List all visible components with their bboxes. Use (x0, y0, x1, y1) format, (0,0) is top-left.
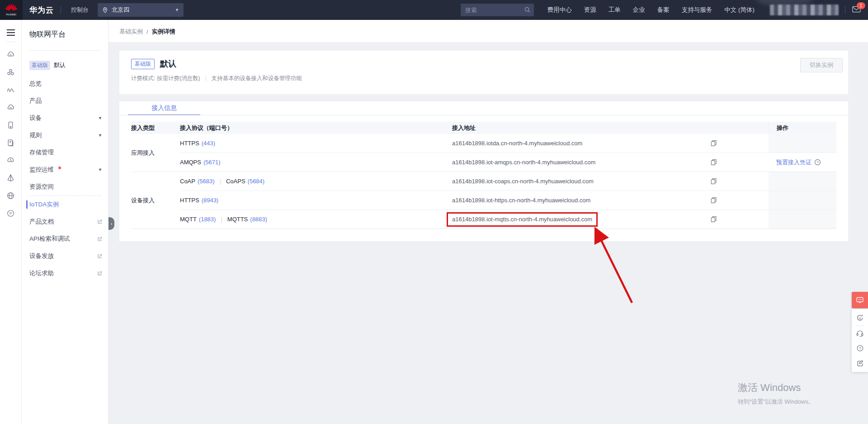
nav-tickets[interactable]: 工单 (609, 6, 621, 14)
switch-instance-button[interactable]: 切换实例 (800, 58, 843, 72)
survey-button[interactable] (852, 356, 868, 371)
sidebar-item-rules[interactable]: 规则▼ (22, 127, 108, 144)
col-address: 接入地址 (452, 124, 698, 132)
huawei-logo[interactable]: HUAWEI (0, 0, 23, 20)
protocol-name: MQTTS (227, 216, 248, 223)
help-button[interactable]: ? (852, 341, 868, 356)
cloud-server-icon[interactable] (0, 99, 22, 116)
question-icon: ? (856, 344, 864, 352)
access-group-device: 设备接入 CoAP(5683) | CoAPS(5684) a1614b1898… (131, 172, 836, 229)
sidebar-item-label: 设备发放 (29, 252, 54, 260)
survey-icon (856, 359, 864, 367)
edition-instance-name: 默认 (54, 61, 66, 69)
external-link-icon (97, 219, 103, 225)
sidebar-item-api-explorer[interactable]: API检索和调试 (22, 230, 108, 248)
ip-icon[interactable]: IP (0, 205, 22, 222)
region-selector[interactable]: 北京四 ▼ (98, 3, 184, 17)
copy-button[interactable] (710, 139, 717, 147)
chevron-down-icon: ▼ (98, 133, 102, 138)
preset-credential-link[interactable]: 预置接入凭证 (776, 158, 811, 167)
search-icon[interactable] (524, 6, 531, 13)
globe-icon[interactable] (0, 187, 22, 205)
table-row-https-app: HTTPS(443) a1614b1898.iotda.cn-north-4.m… (180, 134, 836, 152)
copy-button[interactable] (710, 196, 717, 204)
help-panel: ? (852, 309, 868, 372)
copy-button[interactable] (710, 158, 717, 166)
sidebar-item-product-docs[interactable]: 产品文档 (22, 213, 108, 230)
huawei-cloud-console: HUAWEI 华为云 控制台 北京四 ▼ 费用中心 资源 工单 企业 (0, 0, 868, 424)
floating-toolbar: ? (852, 292, 868, 372)
nav-resources[interactable]: 资源 (584, 6, 596, 14)
edition-badge: 基础版 (131, 59, 155, 69)
topbar: HUAWEI 华为云 控制台 北京四 ▼ 费用中心 资源 工单 企业 (0, 0, 868, 20)
page-title: 实例详情 (152, 28, 175, 36)
sidebar-item-label: API检索和调试 (29, 235, 70, 243)
search-input[interactable] (461, 4, 534, 16)
sidebar-item-iotda-instances[interactable]: IoTDA实例 (22, 196, 108, 213)
sidebar-item-label: 规则 (29, 131, 42, 139)
sidebar-item-resource-spaces[interactable]: 资源空间 (22, 178, 108, 195)
sidebar-item-label: 总览 (29, 80, 42, 88)
topbar-divider (61, 6, 61, 14)
menu-icon[interactable] (6, 29, 15, 36)
breadcrumb-parent[interactable]: 基础实例 (119, 28, 143, 36)
mail-button[interactable]: 1 (852, 6, 861, 14)
sidebar-item-products[interactable]: 产品 (22, 92, 108, 110)
support-button[interactable] (852, 326, 868, 341)
location-pin-icon (102, 7, 108, 14)
protocol-separator: | (220, 178, 221, 185)
nav-support[interactable]: 支持与服务 (682, 6, 712, 14)
account-area[interactable] (770, 5, 839, 15)
protocol-port: (5684) (248, 178, 265, 185)
sidebar-item-om[interactable]: 监控运维▼ (22, 161, 108, 178)
protocol-name: HTTPS (180, 140, 199, 147)
sidebar-item-forum-help[interactable]: 论坛求助 (22, 265, 108, 282)
edition-row: 基础版 默认 (29, 61, 108, 70)
device-icon[interactable] (0, 116, 22, 134)
copy-icon (710, 215, 717, 223)
nav-enterprise[interactable]: 企业 (633, 6, 645, 14)
watermark-line1: 激活 Windows (738, 381, 814, 395)
clock-icon[interactable] (0, 152, 22, 169)
sidebar-item-label: IoTDA实例 (29, 200, 59, 209)
external-link-icon (97, 271, 103, 276)
svg-text:IP: IP (9, 212, 12, 215)
icon-rail: IP (0, 20, 22, 424)
help-circle-icon[interactable]: ? (814, 159, 821, 166)
sidebar-item-devices[interactable]: 设备▼ (22, 110, 108, 127)
instance-title-row: 基础版 默认 (119, 51, 848, 69)
protocol-name: MQTT (180, 216, 197, 223)
organization-icon[interactable] (0, 63, 22, 81)
access-address-highlighted: a1614b1898.iot-mqtts.cn-north-4.myhuawei… (452, 212, 698, 227)
document-icon[interactable] (0, 134, 22, 152)
copy-button[interactable] (710, 177, 717, 185)
action-cell-empty (769, 210, 836, 229)
protocol-port: (8883) (250, 216, 267, 223)
sidebar-item-overview[interactable]: 总览 (22, 75, 108, 92)
nav-icp-filing[interactable]: 备案 (657, 6, 670, 14)
huawei-logo-text: HUAWEI (6, 13, 17, 16)
col-access-type: 接入类型 (131, 124, 180, 132)
feedback-button[interactable] (852, 310, 868, 325)
red-dot (58, 167, 61, 169)
svg-text:?: ? (859, 346, 861, 351)
nav-billing-center[interactable]: 费用中心 (547, 6, 572, 14)
protocol-port: (443) (202, 140, 215, 147)
nav-language[interactable]: 中文 (简体) (724, 6, 755, 14)
copy-button[interactable] (710, 215, 717, 223)
sidebar-item-storage[interactable]: 存储管理 (22, 144, 108, 161)
waves-icon[interactable] (0, 81, 22, 99)
collapse-arrow-icon: ‹ (111, 221, 113, 226)
sidebar-item-label: 存储管理 (29, 148, 54, 157)
external-link-icon (97, 253, 103, 259)
access-type-label: 应用接入 (131, 134, 180, 172)
account-name-blurred[interactable] (770, 5, 839, 15)
tab-access-info[interactable]: 接入信息 (128, 101, 200, 115)
prism-icon[interactable] (0, 169, 22, 187)
sidebar-collapse-handle[interactable]: ‹ (108, 217, 114, 230)
cloud-icon[interactable] (0, 46, 22, 63)
sidebar-item-device-provisioning[interactable]: 设备发放 (22, 248, 108, 265)
chat-button[interactable] (852, 292, 868, 308)
console-link[interactable]: 控制台 (71, 6, 89, 14)
protocol-port: (5671) (203, 159, 221, 166)
